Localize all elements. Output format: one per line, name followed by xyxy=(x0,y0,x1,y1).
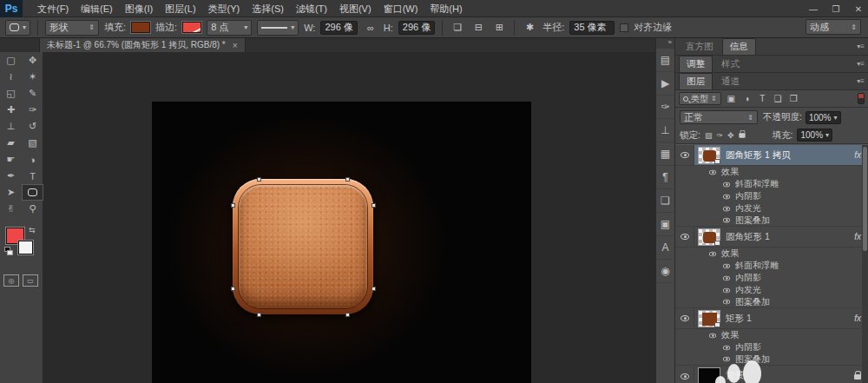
filter-toggle-switch[interactable] xyxy=(858,93,865,104)
effects-header[interactable]: 效果 xyxy=(675,329,868,341)
tab-info[interactable]: 信息 xyxy=(722,38,756,55)
history-brush-tool[interactable]: ↺ xyxy=(22,118,43,135)
brush-tool[interactable]: ✑ xyxy=(22,102,43,118)
visibility-toggle[interactable] xyxy=(675,145,694,165)
hand-tool[interactable]: ✌ xyxy=(0,201,22,217)
quick-mask-button[interactable]: ◎ xyxy=(3,274,19,287)
tab-channels[interactable]: 通道 xyxy=(714,74,746,89)
filter-shape-layers-icon[interactable]: ❑ xyxy=(773,94,784,103)
anchor-handle[interactable] xyxy=(345,177,350,182)
tab-histogram[interactable]: 直方图 xyxy=(679,39,720,55)
eye-icon[interactable] xyxy=(723,182,730,187)
document-tab[interactable]: 未标题-1 @ 66.7% (圆角矩形 1 拷贝, RGB/8) * × xyxy=(39,38,246,52)
layer-name[interactable]: 矩形 1 xyxy=(726,313,752,325)
brush-panel-icon[interactable]: ✑ xyxy=(656,96,674,119)
eye-icon[interactable] xyxy=(723,300,730,305)
anchor-handle[interactable] xyxy=(257,313,261,317)
rounded-rectangle-tool[interactable] xyxy=(22,184,43,201)
canvas[interactable] xyxy=(152,102,531,383)
minimize-button[interactable]: — xyxy=(807,4,819,14)
visibility-toggle[interactable] xyxy=(675,366,694,383)
menu-layer[interactable]: 图层(L) xyxy=(159,0,201,17)
eye-icon[interactable] xyxy=(709,333,716,338)
lock-all-icon[interactable] xyxy=(739,133,745,137)
background-color-swatch[interactable] xyxy=(18,241,33,254)
magic-wand-tool[interactable]: ✶ xyxy=(22,69,43,85)
anchor-handle[interactable] xyxy=(345,313,350,317)
swatches-panel-icon[interactable]: ▦ xyxy=(656,142,674,166)
scrollbar-thumb[interactable] xyxy=(863,147,867,251)
layer-thumbnail[interactable] xyxy=(698,147,720,164)
history-panel-icon[interactable]: ▤ xyxy=(656,49,674,72)
zoom-tool[interactable]: ⚲ xyxy=(22,201,43,217)
layer-row-rect[interactable]: 矩形 1 fx xyxy=(675,308,868,329)
lasso-tool[interactable]: ≀ xyxy=(0,69,22,85)
eye-icon[interactable] xyxy=(723,287,730,293)
layer-name[interactable]: 圆角矩形 1 xyxy=(726,231,770,243)
visibility-toggle[interactable] xyxy=(675,308,694,328)
character-panel-icon[interactable]: A xyxy=(656,236,674,260)
effect-inner-glow[interactable]: 内发光 xyxy=(675,202,868,215)
default-colors-icon[interactable] xyxy=(4,247,13,255)
type-tool[interactable]: T xyxy=(22,168,43,184)
close-button[interactable]: ✕ xyxy=(852,4,865,14)
tab-styles[interactable]: 样式 xyxy=(714,56,746,72)
stroke-style-select[interactable]: ▾ xyxy=(257,20,299,36)
eye-icon[interactable] xyxy=(723,263,730,268)
layer-row-rounded-rect-copy[interactable]: 圆角矩形 1 拷贝 fx xyxy=(675,145,868,166)
rectangular-marquee-tool[interactable]: ▢ xyxy=(0,52,22,69)
menu-filter[interactable]: 滤镜(T) xyxy=(290,0,333,17)
effect-pattern-overlay[interactable]: 图案叠加 xyxy=(675,353,868,366)
filter-kind-select[interactable]: 类型 ⇕ xyxy=(679,92,721,105)
close-icon[interactable]: × xyxy=(233,41,238,50)
fill-input[interactable]: 100% ▾ xyxy=(797,129,832,142)
effect-bevel-emboss[interactable]: 斜面和浮雕 xyxy=(675,178,868,190)
blend-mode-select[interactable]: 正常 ⇕ xyxy=(680,110,758,124)
actions-panel-icon[interactable]: ▶ xyxy=(656,72,674,96)
effect-pattern-overlay[interactable]: 图案叠加 xyxy=(675,215,868,227)
anchor-handle[interactable] xyxy=(231,287,235,291)
expand-panels-icon[interactable]: » xyxy=(656,38,674,49)
menu-select[interactable]: 选择(S) xyxy=(246,0,290,17)
gradient-tool[interactable]: ▧ xyxy=(22,135,43,151)
eye-icon[interactable] xyxy=(709,251,716,256)
eye-icon[interactable] xyxy=(723,345,730,350)
visibility-toggle[interactable] xyxy=(675,227,694,247)
path-arrange-button[interactable]: ⊞ xyxy=(491,20,507,36)
properties-panel-icon[interactable]: ◉ xyxy=(656,260,674,283)
layer-name[interactable]: 圆角矩形 1 拷贝 xyxy=(726,149,791,162)
restore-button[interactable]: ❐ xyxy=(830,4,842,14)
workspace-switcher[interactable]: 动感 ⇕ xyxy=(806,19,861,35)
filter-pixel-layers-icon[interactable]: ▣ xyxy=(726,94,737,103)
layer-thumbnail[interactable] xyxy=(698,228,720,246)
align-edges-checkbox[interactable] xyxy=(620,23,628,32)
layers-scrollbar[interactable] xyxy=(862,145,868,383)
eye-icon[interactable] xyxy=(723,357,730,362)
eraser-tool[interactable]: ▰ xyxy=(0,135,22,151)
path-alignment-button[interactable]: ⊟ xyxy=(470,20,486,36)
eyedropper-tool[interactable]: ✎ xyxy=(22,85,43,102)
menu-view[interactable]: 视图(V) xyxy=(333,0,378,17)
clone-source-panel-icon[interactable]: ⊥ xyxy=(656,119,674,142)
layer-comps-panel-icon[interactable]: ❏ xyxy=(656,189,674,213)
menu-help[interactable]: 帮助(H) xyxy=(424,0,468,17)
smudge-tool[interactable]: ☛ xyxy=(0,151,22,168)
screen-mode-button[interactable]: ▭ xyxy=(23,274,38,287)
menu-image[interactable]: 图像(I) xyxy=(119,0,159,17)
stroke-swatch[interactable] xyxy=(182,22,201,33)
swap-colors-icon[interactable]: ⇆ xyxy=(29,226,36,234)
tab-adjustments[interactable]: 调整 xyxy=(679,56,713,72)
width-input[interactable]: 296 像 xyxy=(320,21,357,35)
filter-adjustment-layers-icon[interactable]: ◑ xyxy=(741,94,753,103)
eye-icon[interactable] xyxy=(723,206,730,211)
layer-thumbnail[interactable] xyxy=(698,310,720,327)
opacity-input[interactable]: 100% ▾ xyxy=(806,111,841,124)
clone-stamp-tool[interactable]: ⊥ xyxy=(0,118,22,135)
panel-menu-icon[interactable]: ▾≡ xyxy=(857,77,865,85)
tool-mode-select[interactable]: 形状 ⇕ xyxy=(45,20,99,36)
move-tool[interactable]: ✥ xyxy=(22,52,43,69)
menu-file[interactable]: 文件(F) xyxy=(31,0,75,17)
effect-inner-glow[interactable]: 内发光 xyxy=(675,284,868,296)
panel-menu-icon[interactable]: ▾≡ xyxy=(857,60,865,68)
effects-header[interactable]: 效果 xyxy=(675,166,868,178)
